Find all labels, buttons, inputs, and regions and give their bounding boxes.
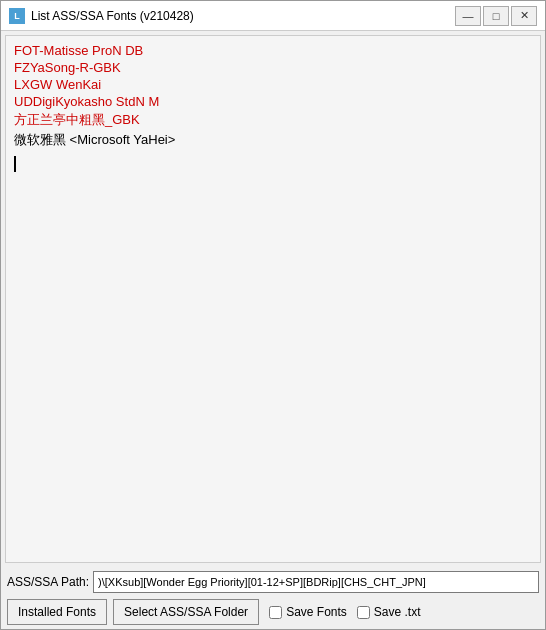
- save-txt-checkbox[interactable]: [357, 606, 370, 619]
- save-txt-group: Save .txt: [357, 605, 421, 619]
- font-list-item-0: FOT-Matisse ProN DB: [14, 42, 532, 59]
- font-list-area: FOT-Matisse ProN DBFZYaSong-R-GBKLXGW We…: [5, 35, 541, 563]
- font-list-item-2: LXGW WenKai: [14, 76, 532, 93]
- bottom-section: ASS/SSA Path: Installed Fonts Select ASS…: [1, 567, 545, 629]
- font-list-item-4: 方正兰亭中粗黑_GBK: [14, 110, 532, 130]
- button-row: Installed Fonts Select ASS/SSA Folder Sa…: [7, 599, 539, 625]
- save-fonts-group: Save Fonts: [269, 605, 347, 619]
- main-window: L List ASS/SSA Fonts (v210428) — □ ✕ FOT…: [0, 0, 546, 630]
- select-folder-button[interactable]: Select ASS/SSA Folder: [113, 599, 259, 625]
- window-title: List ASS/SSA Fonts (v210428): [31, 9, 455, 23]
- path-input[interactable]: [93, 571, 539, 593]
- path-row: ASS/SSA Path:: [7, 571, 539, 593]
- close-button[interactable]: ✕: [511, 6, 537, 26]
- title-bar: L List ASS/SSA Fonts (v210428) — □ ✕: [1, 1, 545, 31]
- path-label: ASS/SSA Path:: [7, 575, 89, 589]
- font-list-item-1: FZYaSong-R-GBK: [14, 59, 532, 76]
- maximize-button[interactable]: □: [483, 6, 509, 26]
- font-list-item-3: UDDigiKyokasho StdN M: [14, 93, 532, 110]
- font-list-item-5: 微软雅黑 <Microsoft YaHei>: [14, 130, 532, 150]
- installed-fonts-button[interactable]: Installed Fonts: [7, 599, 107, 625]
- text-cursor: [14, 156, 16, 172]
- save-fonts-label[interactable]: Save Fonts: [286, 605, 347, 619]
- font-list: FOT-Matisse ProN DBFZYaSong-R-GBKLXGW We…: [8, 40, 538, 152]
- app-icon: L: [9, 8, 25, 24]
- save-txt-label[interactable]: Save .txt: [374, 605, 421, 619]
- window-controls: — □ ✕: [455, 6, 537, 26]
- save-fonts-checkbox[interactable]: [269, 606, 282, 619]
- minimize-button[interactable]: —: [455, 6, 481, 26]
